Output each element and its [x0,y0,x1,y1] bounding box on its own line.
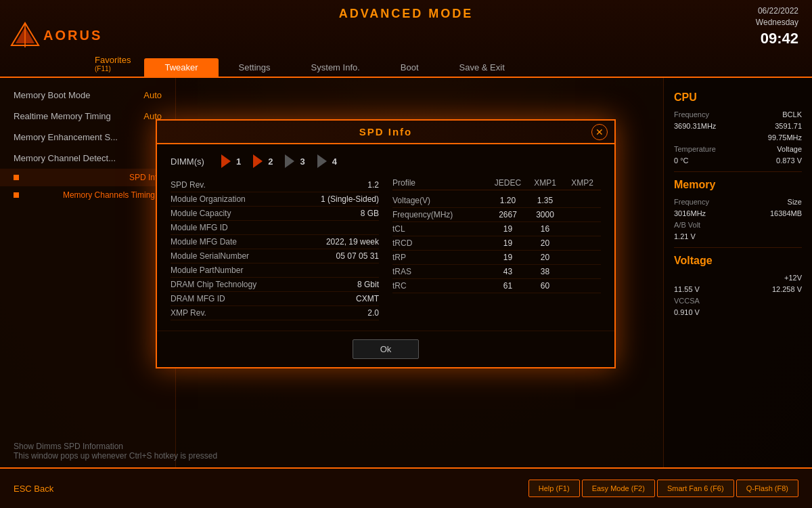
spd-row-serial: Module SerialNumber 05 07 05 31 [171,249,379,263]
spd-info-dialog: SPD Info ✕ DIMM(s) 1 2 3 [156,119,616,368]
dimm-slot-1[interactable]: 1 [221,154,244,168]
dimm-arrow-2 [253,154,263,168]
dialog-title: SPD Info [359,126,413,137]
ok-button[interactable]: Ok [353,339,420,359]
dimm-slot-3[interactable]: 3 [285,154,308,168]
timing-row-trcd: tRCD 19 20 [392,236,601,251]
dialog-overlay: SPD Info ✕ DIMM(s) 1 2 3 [0,0,812,508]
spd-row-part-number: Module PartNumber [171,263,379,278]
timing-row-voltage: Voltage(V) 1.20 1.35 [392,194,601,208]
dimm-arrow-3 [285,154,294,168]
dimm-num-1: 1 [233,155,244,168]
dimm-num-2: 2 [265,155,276,168]
dialog-footer: Ok [157,331,614,367]
timing-row-trc: tRC 61 60 [392,279,601,293]
spd-row-module-cap: Module Capacity 8 GB [171,207,379,221]
timing-row-freq: Frequency(MHz) 2667 3000 [392,208,601,222]
dialog-title-bar: SPD Info ✕ [157,121,614,144]
dimm-row: DIMM(s) 1 2 3 4 [171,154,601,168]
spd-row-module-mfg-date: Module MFG Date 2022, 19 week [171,235,379,249]
dimm-arrow-1 [221,154,231,168]
timing-row-tras: tRAS 43 38 [392,265,601,279]
dimm-arrow-4 [317,154,327,168]
timing-row-tcl: tCL 19 16 [392,222,601,236]
spd-row-module-org: Module Organization 1 (Single-Sided) [171,192,379,207]
spd-row-xmp-rev: XMP Rev. 2.0 [171,306,379,320]
spd-row-module-mfg-id: Module MFG ID [171,221,379,235]
spd-row-dram-chip: DRAM Chip Technology 8 Gbit [171,278,379,292]
dialog-columns: SPD Rev. 1.2 Module Organization 1 (Sing… [171,178,601,320]
dialog-close-button[interactable]: ✕ [591,124,608,140]
spd-row-spd-rev: SPD Rev. 1.2 [171,178,379,192]
dialog-body: DIMM(s) 1 2 3 4 [157,144,614,331]
dialog-right-column: Profile JEDEC XMP1 XMP2 Voltage(V) 1.20 … [392,178,601,320]
timing-row-trp: tRP 19 20 [392,251,601,265]
dimm-label: DIMM(s) [171,156,211,167]
dimm-num-3: 3 [296,155,308,168]
dialog-left-column: SPD Rev. 1.2 Module Organization 1 (Sing… [171,178,379,320]
dimm-slot-2[interactable]: 2 [253,154,276,168]
dimm-slot-4[interactable]: 4 [317,154,340,168]
dimm-num-4: 4 [329,155,340,168]
spd-row-dram-mfg: DRAM MFG ID CXMT [171,292,379,306]
